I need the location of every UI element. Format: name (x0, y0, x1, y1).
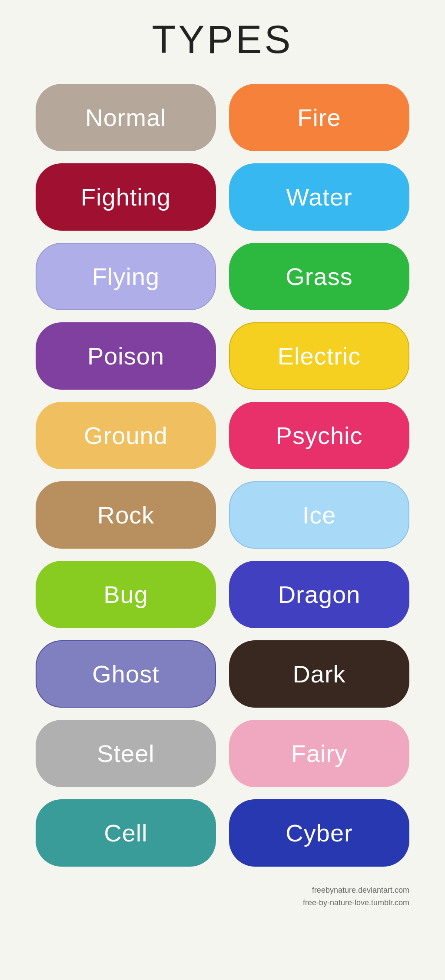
type-badge-cell: Cell (36, 799, 216, 867)
type-badge-grass: Grass (229, 243, 409, 310)
type-badge-ground: Ground (36, 402, 216, 469)
page-title: TYPES (152, 17, 293, 62)
footer-line1: freebynature.deviantart.com (36, 884, 409, 897)
type-badge-bug: Bug (36, 561, 216, 628)
type-badge-steel: Steel (36, 720, 216, 787)
footer: freebynature.deviantart.com free-by-natu… (36, 884, 409, 909)
type-badge-ice: Ice (229, 481, 409, 549)
type-badge-poison: Poison (36, 322, 216, 390)
type-badge-normal: Normal (36, 84, 216, 151)
type-badge-fairy: Fairy (229, 720, 409, 787)
type-badge-cyber: Cyber (229, 799, 409, 867)
type-badge-water: Water (229, 163, 409, 231)
type-badge-rock: Rock (36, 481, 216, 549)
footer-line2: free-by-nature-love.tumblr.com (36, 897, 409, 909)
type-badge-fighting: Fighting (36, 163, 216, 231)
type-badge-fire: Fire (229, 84, 409, 151)
types-grid: NormalFireFightingWaterFlyingGrassPoison… (36, 84, 409, 867)
type-badge-psychic: Psychic (229, 402, 409, 469)
type-badge-ghost: Ghost (36, 640, 216, 708)
type-badge-dragon: Dragon (229, 561, 409, 628)
type-badge-flying: Flying (36, 243, 216, 310)
type-badge-dark: Dark (229, 640, 409, 708)
type-badge-electric: Electric (229, 322, 409, 390)
